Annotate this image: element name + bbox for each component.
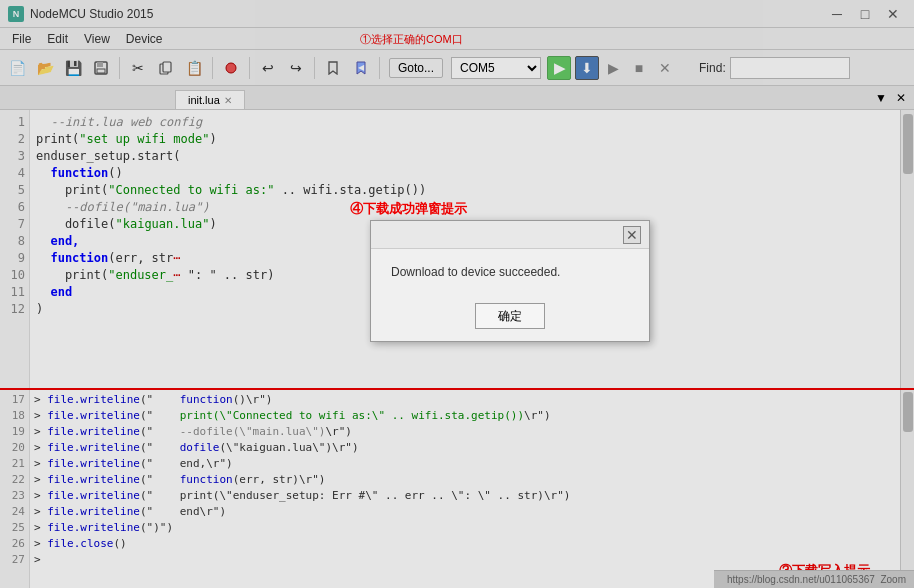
console-line-22: > file.writeline(" function(err, str)\r"… xyxy=(34,472,896,488)
app-icon: N xyxy=(8,6,24,22)
window-controls: ─ □ ✕ xyxy=(824,4,906,24)
status-bar: https://blog.csdn.net/u011065367 Zoom xyxy=(714,570,914,588)
find-input[interactable] xyxy=(730,57,850,79)
code-line-5: print("Connected to wifi as:" .. wifi.st… xyxy=(36,182,894,199)
goto-section: Goto... xyxy=(389,58,443,78)
tab-bar: init.lua ✕ ▼ ✕ xyxy=(0,86,914,110)
console-line-17: > file.writeline(" function()\r") xyxy=(34,392,896,408)
svg-rect-4 xyxy=(163,62,171,72)
code-line-1: --init.lua web config xyxy=(36,114,894,131)
stop-button[interactable]: ■ xyxy=(627,56,651,80)
bookmark-prev-button[interactable]: ◀ xyxy=(348,55,374,81)
line-numbers: 1 2 3 4 5 6 7 8 9 10 11 12 xyxy=(0,110,30,388)
code-line-2: print("set up wifi mode") xyxy=(36,131,894,148)
menu-bar: File Edit View Device xyxy=(0,28,914,50)
com-port-select[interactable]: COM5 COM1 COM2 COM3 COM4 COM6 xyxy=(451,57,541,79)
code-line-4: function() xyxy=(36,165,894,182)
console-line-numbers: 17 18 19 20 21 22 23 24 25 26 27 xyxy=(0,390,30,588)
maximize-button[interactable]: □ xyxy=(852,4,878,24)
menu-edit[interactable]: Edit xyxy=(39,30,76,48)
undo-button[interactable]: ↩ xyxy=(255,55,281,81)
run-button[interactable]: ▶ xyxy=(547,56,571,80)
open-button[interactable]: 📂 xyxy=(32,55,58,81)
find-label: Find: xyxy=(699,61,726,75)
tab-pin-button[interactable]: ▼ xyxy=(872,89,890,107)
modal-message: Download to device succeeded. xyxy=(391,265,560,279)
svg-rect-2 xyxy=(97,69,105,73)
console-line-27: > xyxy=(34,552,896,568)
status-url: https://blog.csdn.net/u011065367 xyxy=(727,574,875,585)
console-line-21: > file.writeline(" end,\r") xyxy=(34,456,896,472)
new-button[interactable]: 📄 xyxy=(4,55,30,81)
console-line-25: > file.writeline(")") xyxy=(34,520,896,536)
modal-ok-button[interactable]: 确定 xyxy=(475,303,545,329)
paste-button[interactable]: 📋 xyxy=(181,55,207,81)
code-line-6: --dofile("main.lua") xyxy=(36,199,894,216)
find-section: Find: xyxy=(699,57,850,79)
console-area: 17 18 19 20 21 22 23 24 25 26 27 > file.… xyxy=(0,388,914,588)
window-title: NodeMCU Studio 2015 xyxy=(30,7,153,21)
console-scroll-thumb[interactable] xyxy=(903,392,913,432)
tab-close-all-button[interactable]: ✕ xyxy=(892,89,910,107)
play-button[interactable]: ▶ xyxy=(601,56,625,80)
console-line-20: > file.writeline(" dofile(\"kaiguan.lua\… xyxy=(34,440,896,456)
console-line-26: > file.close() xyxy=(34,536,896,552)
console-line-19: > file.writeline(" --dofile(\"main.lua\"… xyxy=(34,424,896,440)
console-content[interactable]: > file.writeline(" function()\r") > file… xyxy=(30,390,900,588)
close-button[interactable]: ✕ xyxy=(880,4,906,24)
menu-view[interactable]: View xyxy=(76,30,118,48)
editor-scroll-thumb[interactable] xyxy=(903,114,913,174)
bookmark-button[interactable] xyxy=(320,55,346,81)
save-button[interactable]: 💾 xyxy=(60,55,86,81)
tab-controls: ▼ ✕ xyxy=(872,89,910,107)
menu-device[interactable]: Device xyxy=(118,30,171,48)
console-line-23: > file.writeline(" print(\"enduser_setup… xyxy=(34,488,896,504)
modal-body: Download to device succeeded. xyxy=(371,249,649,295)
console-line-18: > file.writeline(" print(\"Connected to … xyxy=(34,408,896,424)
editor-tab[interactable]: init.lua ✕ xyxy=(175,90,245,109)
zoom-label: Zoom xyxy=(880,574,906,585)
menu-file[interactable]: File xyxy=(4,30,39,48)
console-line-24: > file.writeline(" end\r") xyxy=(34,504,896,520)
download-success-dialog: ✕ Download to device succeeded. 确定 xyxy=(370,220,650,342)
toggle-breakpoint-button[interactable] xyxy=(218,55,244,81)
download-button[interactable]: ⬇ xyxy=(575,56,599,80)
modal-title-bar: ✕ xyxy=(371,221,649,249)
modal-close-button[interactable]: ✕ xyxy=(623,226,641,244)
tab-filename: init.lua xyxy=(188,94,220,106)
modal-footer: 确定 xyxy=(371,295,649,341)
title-bar: N NodeMCU Studio 2015 ─ □ ✕ xyxy=(0,0,914,28)
svg-text:◀: ◀ xyxy=(358,63,365,72)
minimize-button[interactable]: ─ xyxy=(824,4,850,24)
code-line-3: enduser_setup.start( xyxy=(36,148,894,165)
copy-button[interactable] xyxy=(153,55,179,81)
goto-button[interactable]: Goto... xyxy=(389,58,443,78)
svg-rect-1 xyxy=(97,62,103,67)
editor-scrollbar[interactable] xyxy=(900,110,914,388)
terminate-button[interactable]: ✕ xyxy=(653,56,677,80)
toolbar: 📄 📂 💾 ✂ 📋 ↩ ↪ ◀ xyxy=(0,50,914,86)
console-scrollbar[interactable] xyxy=(900,390,914,588)
svg-point-5 xyxy=(226,63,236,73)
save-all-button[interactable] xyxy=(88,55,114,81)
redo-button[interactable]: ↪ xyxy=(283,55,309,81)
cut-button[interactable]: ✂ xyxy=(125,55,151,81)
tab-close-icon[interactable]: ✕ xyxy=(224,95,232,106)
